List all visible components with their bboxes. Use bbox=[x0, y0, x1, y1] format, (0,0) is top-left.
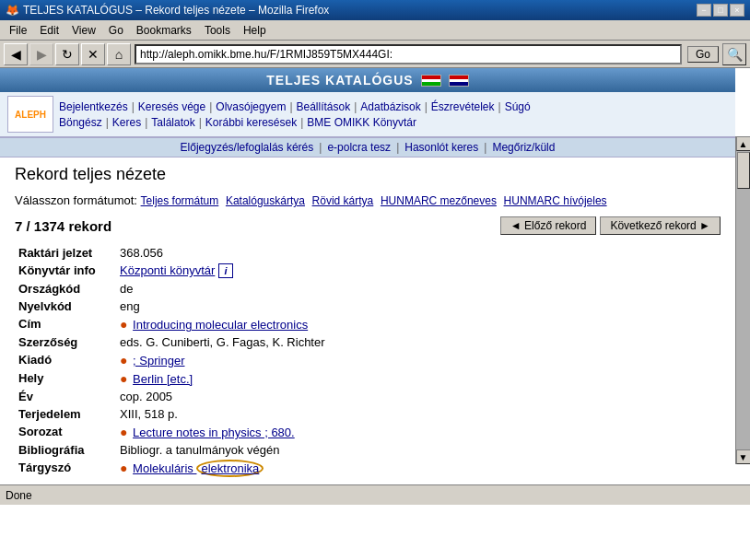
hely-link[interactable]: Berlin [etc.] bbox=[133, 372, 193, 386]
field-value: 368.056 bbox=[116, 244, 721, 262]
info-icon[interactable]: i bbox=[218, 263, 233, 278]
window-controls[interactable]: − □ × bbox=[697, 4, 744, 17]
format-hunmarc-mezoneves[interactable]: HUNMARC mezőneves bbox=[381, 194, 497, 207]
sub-nav: Előjegyzés/lefoglalás kérés | e-polcra t… bbox=[0, 138, 735, 158]
nav-eszrevetelek[interactable]: Észrevételek bbox=[431, 100, 495, 113]
field-label: Szerzőség bbox=[15, 333, 116, 351]
scroll-track[interactable] bbox=[736, 151, 751, 449]
statusbar: Done bbox=[0, 484, 750, 505]
menu-tools[interactable]: Tools bbox=[199, 22, 236, 39]
format-teljes[interactable]: Teljes formátum bbox=[141, 194, 219, 207]
scroll-thumb[interactable] bbox=[737, 152, 750, 189]
format-hunmarc-hivójeles[interactable]: HUNMARC hívójeles bbox=[504, 194, 607, 207]
field-value: eng bbox=[116, 298, 721, 315]
table-row: Terjedelem XIII, 518 p. bbox=[15, 405, 721, 423]
nav-olvasojegyem[interactable]: Olvasójegyem bbox=[216, 100, 286, 113]
konyvtar-link[interactable]: Központi könyvtár bbox=[120, 263, 215, 277]
table-row: Bibliográfia Bibliogr. a tanulmányok vég… bbox=[15, 441, 721, 459]
field-label: Nyelvkód bbox=[15, 298, 116, 315]
field-value: XIII, 518 p. bbox=[116, 405, 721, 423]
nav-row-1: Bejelentkezés | Keresés vége | Olvasójeg… bbox=[59, 100, 728, 113]
nav-hasonlot-keres[interactable]: Hasonlót keres bbox=[404, 141, 478, 154]
cim-link[interactable]: Introducing molecular electronics bbox=[133, 318, 308, 332]
flag-hu-icon bbox=[421, 75, 441, 87]
field-label: Sorozat bbox=[15, 423, 116, 441]
close-button[interactable]: × bbox=[730, 4, 744, 17]
window-title: TELJES KATALÓGUS – Rekord teljes nézete … bbox=[23, 4, 329, 17]
nav-area: ALEPH Bejelentkezés | Keresés vége | Olv… bbox=[0, 92, 735, 138]
field-label: Hely bbox=[15, 369, 116, 388]
menu-bookmarks[interactable]: Bookmarks bbox=[131, 22, 197, 39]
field-value: Központi könyvtár i bbox=[116, 262, 721, 280]
stop-button[interactable]: ✕ bbox=[81, 43, 105, 65]
table-row: Könyvtár info Központi könyvtár i bbox=[15, 262, 721, 280]
forward-button[interactable]: ▶ bbox=[29, 43, 53, 65]
menu-go[interactable]: Go bbox=[103, 22, 129, 39]
nav-beallitasok[interactable]: Beállítások bbox=[297, 100, 351, 113]
bullet-icon: ● bbox=[120, 371, 127, 386]
table-row: Év cop. 2005 bbox=[15, 388, 721, 405]
next-record-button[interactable]: Következő rekord ► bbox=[600, 216, 721, 235]
menu-view[interactable]: View bbox=[66, 22, 101, 39]
maximize-button[interactable]: □ bbox=[713, 4, 728, 17]
minimize-button[interactable]: − bbox=[697, 4, 711, 17]
field-label: Terjedelem bbox=[15, 405, 116, 423]
field-value: ● Berlin [etc.] bbox=[116, 369, 721, 388]
nav-epolcra-tesz[interactable]: e-polcra tesz bbox=[327, 141, 391, 154]
field-value: Bibliogr. a tanulmányok végén bbox=[116, 441, 721, 459]
address-bar bbox=[135, 44, 682, 64]
scroll-up-button[interactable]: ▲ bbox=[736, 136, 751, 151]
browser-icon: 🦊 bbox=[6, 4, 19, 17]
field-label: Bibliográfia bbox=[15, 441, 116, 459]
nav-megoritz-kuldl[interactable]: Megőriz/küld bbox=[492, 141, 555, 154]
sorozat-link[interactable]: Lecture notes in physics ; 680. bbox=[133, 426, 295, 439]
bullet-icon: ● bbox=[120, 317, 127, 332]
kiado-link[interactable]: ; Springer bbox=[133, 354, 184, 368]
nav-keres[interactable]: Keres bbox=[112, 116, 141, 129]
nav-bejelentkezes[interactable]: Bejelentkezés bbox=[59, 100, 128, 113]
search-toolbar-button[interactable]: 🔍 bbox=[722, 43, 746, 65]
menu-edit[interactable]: Edit bbox=[34, 22, 64, 39]
address-input[interactable] bbox=[140, 48, 676, 61]
nav-adatbazisok[interactable]: Adatbázisok bbox=[360, 100, 420, 113]
nav-elojegyzes[interactable]: Előjegyzés/lefoglalás kérés bbox=[181, 141, 314, 154]
highlight-circle: elektronika bbox=[196, 460, 264, 477]
logo: ALEPH bbox=[7, 96, 53, 133]
bullet-icon: ● bbox=[120, 425, 127, 439]
nav-top: ALEPH Bejelentkezés | Keresés vége | Olv… bbox=[0, 92, 735, 137]
nav-talalatok[interactable]: Találatok bbox=[151, 116, 194, 129]
nav-sugo[interactable]: Súgó bbox=[505, 100, 531, 113]
toolbar: ◀ ▶ ↻ ✕ ⌂ Go 🔍 bbox=[0, 41, 750, 68]
go-button[interactable]: Go bbox=[687, 46, 719, 63]
field-value: ● Molekuláris elektronika bbox=[116, 459, 721, 477]
field-label: Kiadó bbox=[15, 351, 116, 369]
field-label: Könyvtár info bbox=[15, 262, 116, 280]
nav-korabbi-keresesek[interactable]: Korábbi keresések bbox=[205, 116, 297, 129]
menu-file[interactable]: File bbox=[4, 22, 32, 39]
nav-bme-omikk[interactable]: BME OMIKK Könyvtár bbox=[307, 116, 416, 129]
menu-help[interactable]: Help bbox=[238, 22, 272, 39]
field-label: Tárgyszó bbox=[15, 459, 116, 477]
field-label: Év bbox=[15, 388, 116, 405]
nav-kereses-vege[interactable]: Keresés vége bbox=[138, 100, 205, 113]
scrollbar[interactable]: ▲ ▼ bbox=[735, 136, 750, 464]
format-kataloguskartya[interactable]: Katalóguskártya bbox=[226, 194, 305, 207]
record-table: Raktári jelzet 368.056 Könyvtár info Köz… bbox=[15, 244, 721, 477]
browser-wrapper: TELJES KATALÓGUS ALEPH Bejelentkezés | K… bbox=[0, 68, 750, 484]
back-button[interactable]: ◀ bbox=[4, 43, 28, 65]
targyso-link[interactable]: Molekuláris elektronika bbox=[133, 460, 264, 477]
nav-bongesz[interactable]: Böngész bbox=[59, 116, 102, 129]
nav-links: Bejelentkezés | Keresés vége | Olvasójeg… bbox=[59, 100, 728, 129]
scroll-down-button[interactable]: ▼ bbox=[736, 449, 751, 464]
home-button[interactable]: ⌂ bbox=[107, 43, 131, 65]
record-count: 7 / 1374 rekord bbox=[15, 218, 111, 234]
field-value: de bbox=[116, 280, 721, 298]
prev-record-button[interactable]: ◄ Előző rekord bbox=[500, 216, 597, 235]
logo-text: ALEPH bbox=[15, 110, 46, 120]
table-row: Hely ● Berlin [etc.] bbox=[15, 369, 721, 388]
reload-button[interactable]: ↻ bbox=[55, 43, 79, 65]
nav-row-2: Böngész | Keres | Találatok | Korábbi ke… bbox=[59, 116, 728, 129]
flag-en-icon bbox=[449, 75, 469, 87]
format-rovid-kartya[interactable]: Rövid kártya bbox=[312, 194, 374, 207]
page-header: TELJES KATALÓGUS bbox=[0, 68, 735, 92]
